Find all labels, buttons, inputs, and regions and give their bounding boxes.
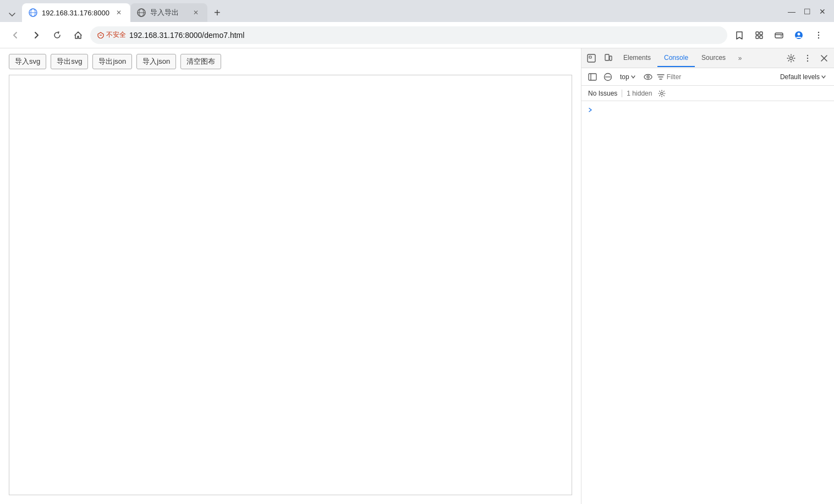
tab-1[interactable]: 192.168.31.176:8000 ✕ bbox=[22, 3, 130, 22]
security-label: 不安全 bbox=[106, 30, 126, 40]
svg-point-25 bbox=[807, 60, 808, 61]
console-body[interactable] bbox=[581, 101, 834, 504]
svg-point-22 bbox=[790, 57, 793, 59]
svg-point-12 bbox=[781, 35, 782, 36]
canvas-area[interactable] bbox=[9, 75, 572, 495]
svg-rect-7 bbox=[756, 32, 759, 35]
profile-button[interactable] bbox=[790, 26, 808, 44]
devtools-more-options-button[interactable] bbox=[800, 51, 815, 66]
bookmark-button[interactable] bbox=[731, 26, 748, 44]
import-svg-button[interactable]: 导入svg bbox=[9, 54, 46, 69]
devtools-inspect-button[interactable] bbox=[584, 51, 599, 66]
forward-button[interactable] bbox=[28, 26, 45, 44]
tab-2-title: 导入导出 bbox=[150, 8, 186, 18]
back-button[interactable] bbox=[7, 26, 24, 44]
svg-point-14 bbox=[798, 32, 800, 35]
filter-input[interactable] bbox=[667, 73, 775, 81]
reload-button[interactable] bbox=[48, 26, 66, 44]
tab-favicon-1 bbox=[29, 8, 37, 17]
console-clear-button[interactable] bbox=[601, 70, 614, 84]
devtools-device-button[interactable] bbox=[600, 51, 616, 66]
browser-window: 192.168.31.176:8000 ✕ 导入导出 ✕ + — ☐ ✕ bbox=[0, 0, 834, 504]
tab-2-close[interactable]: ✕ bbox=[191, 8, 201, 18]
export-svg-button[interactable]: 导出svg bbox=[51, 54, 88, 69]
filter-area bbox=[657, 73, 775, 81]
console-toolbar: top Default levels bbox=[581, 68, 834, 86]
svg-rect-21 bbox=[610, 56, 612, 60]
title-bar-left bbox=[4, 7, 20, 22]
svg-point-34 bbox=[661, 92, 663, 94]
no-issues-label: No Issues bbox=[588, 90, 617, 97]
extension-button[interactable] bbox=[750, 26, 768, 44]
context-selector[interactable]: top bbox=[617, 72, 639, 82]
devtools-more-tabs-button[interactable]: » bbox=[733, 52, 747, 65]
address-input-area[interactable]: 不安全 bbox=[90, 26, 727, 44]
tab-1-title: 192.168.31.176:8000 bbox=[42, 9, 109, 17]
maximize-button[interactable]: ☐ bbox=[800, 4, 814, 19]
tab-2[interactable]: 导入导出 ✕ bbox=[130, 3, 207, 22]
menu-button[interactable] bbox=[810, 26, 827, 44]
page-content: 导入svg 导出svg 导出json 导入json 清空图布 bbox=[0, 48, 581, 504]
console-expand-button[interactable] bbox=[586, 106, 595, 114]
clear-canvas-button[interactable]: 清空图布 bbox=[180, 54, 221, 69]
svg-rect-28 bbox=[589, 74, 596, 80]
devtools-close-button[interactable] bbox=[816, 51, 832, 66]
devtools-top-toolbar: Elements Console Sources » bbox=[581, 48, 834, 68]
new-tab-button[interactable]: + bbox=[210, 5, 225, 20]
devtools-tab-console[interactable]: Console bbox=[657, 49, 695, 67]
import-json-button[interactable]: 导入json bbox=[136, 54, 176, 69]
svg-rect-8 bbox=[760, 32, 762, 35]
svg-point-33 bbox=[647, 76, 649, 78]
default-levels-button[interactable]: Default levels bbox=[777, 72, 830, 82]
close-window-button[interactable]: ✕ bbox=[815, 4, 830, 19]
svg-rect-10 bbox=[760, 36, 762, 38]
svg-point-15 bbox=[818, 31, 819, 32]
security-indicator: 不安全 bbox=[97, 30, 126, 40]
default-levels-label: Default levels bbox=[780, 73, 820, 81]
context-label: top bbox=[620, 73, 629, 81]
wallet-button[interactable] bbox=[770, 26, 788, 44]
tab-1-close[interactable]: ✕ bbox=[114, 8, 124, 18]
svg-point-23 bbox=[807, 54, 808, 56]
svg-rect-11 bbox=[775, 33, 783, 38]
title-bar: 192.168.31.176:8000 ✕ 导入导出 ✕ + — ☐ ✕ bbox=[0, 0, 834, 22]
devtools-tab-elements[interactable]: Elements bbox=[617, 49, 657, 67]
minimize-button[interactable]: — bbox=[784, 4, 799, 19]
page-toolbar: 导入svg 导出svg 导出json 导入json 清空图布 bbox=[0, 48, 581, 75]
tab-dropdown-btn[interactable] bbox=[4, 7, 20, 22]
main-area: 导入svg 导出svg 导出json 导入json 清空图布 bbox=[0, 48, 834, 504]
svg-point-24 bbox=[807, 57, 808, 58]
filter-icon bbox=[657, 73, 665, 81]
svg-rect-9 bbox=[756, 36, 759, 38]
window-controls: — ☐ ✕ bbox=[784, 4, 830, 19]
devtools-settings-button[interactable] bbox=[783, 51, 799, 66]
address-bar-actions bbox=[731, 26, 827, 44]
svg-rect-19 bbox=[589, 56, 591, 58]
eye-button[interactable] bbox=[641, 70, 655, 84]
issues-settings-button[interactable] bbox=[656, 88, 667, 99]
status-divider bbox=[622, 90, 622, 97]
svg-point-32 bbox=[644, 74, 652, 79]
hidden-count-label: 1 hidden bbox=[627, 90, 652, 97]
svg-point-17 bbox=[818, 37, 819, 38]
console-sidebar-toggle[interactable] bbox=[586, 70, 599, 84]
address-bar: 不安全 bbox=[0, 22, 834, 48]
devtools-panel: Elements Console Sources » bbox=[581, 48, 834, 504]
tabs-area: 192.168.31.176:8000 ✕ 导入导出 ✕ + bbox=[22, 3, 784, 22]
svg-rect-20 bbox=[605, 54, 609, 60]
export-json-button[interactable]: 导出json bbox=[92, 54, 132, 69]
home-button[interactable] bbox=[69, 26, 87, 44]
tab-favicon-2 bbox=[137, 8, 146, 17]
svg-point-16 bbox=[818, 34, 819, 35]
address-input[interactable] bbox=[129, 31, 720, 40]
console-status-bar: No Issues 1 hidden bbox=[581, 86, 834, 101]
devtools-tab-sources[interactable]: Sources bbox=[695, 49, 732, 67]
